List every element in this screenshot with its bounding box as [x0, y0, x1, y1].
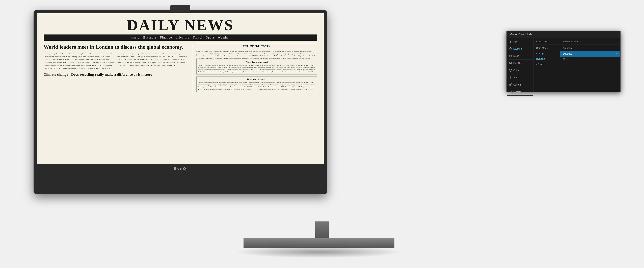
- col1-item-reading[interactable]: Reading: [534, 56, 560, 61]
- col2-item-dialogue[interactable]: Dialogue ✓: [560, 51, 620, 57]
- osd-body: Input Learning Mode: [507, 38, 620, 92]
- graduation-icon: [509, 47, 512, 50]
- inside-q1: Where does it come from?: [198, 61, 316, 63]
- check-icon: ✓: [616, 52, 618, 55]
- col1-header: Visual Mode: [534, 39, 560, 45]
- headline-sub: Climate change - Does recycling really m…: [44, 72, 188, 77]
- key-icon: [509, 83, 512, 86]
- inside-a1: Contrary to popular belief, Lorem Ipsum …: [198, 64, 316, 73]
- speaker-icon: [509, 76, 512, 79]
- svg-rect-4: [509, 55, 510, 56]
- sidebar-label-learning: Learning: [513, 47, 522, 50]
- inside-intro-text: Contrary to popular belief, Lorem Ipsum …: [196, 51, 317, 59]
- newspaper-nav: World - Business - Finance - Lifestyle -…: [44, 34, 317, 41]
- sidebar-item-system[interactable]: System: [507, 88, 533, 96]
- osd-sidebar: Input Learning Mode: [507, 38, 534, 92]
- monitor-neck: [315, 222, 329, 238]
- monitor-foot-shadow: [235, 246, 402, 258]
- svg-point-9: [509, 69, 512, 72]
- plug-icon: [509, 40, 512, 43]
- sidebar-label-input: Input: [513, 40, 518, 43]
- sidebar-label-custom: Custom: [513, 83, 522, 86]
- sidebar-item-mode[interactable]: Mode: [507, 52, 533, 60]
- svg-point-8: [510, 63, 511, 64]
- article-text: Contrary to popular belief, Lorem Ipsum …: [44, 52, 188, 69]
- newspaper-columns: World leaders meet in London to discuss …: [44, 44, 317, 94]
- col2-item-standard[interactable]: Standard: [560, 45, 620, 51]
- sidebar-item-custom[interactable]: Custom: [507, 81, 533, 88]
- eye-icon: [509, 62, 512, 65]
- osd-header: Mode: Care Mode: [507, 31, 620, 38]
- wrench-icon: [509, 90, 512, 93]
- sidebar-item-audio[interactable]: Audio: [507, 74, 533, 81]
- inside-block-q1: Where does it come from? Contrary to pop…: [196, 59, 317, 75]
- monitor-screen: DAILY NEWS World - Business - Finance - …: [37, 13, 324, 164]
- svg-rect-0: [510, 40, 511, 42]
- sidebar-label-mode: Mode: [513, 55, 519, 57]
- osd-visual-mode-col: Visual Mode Care Mode Coding Reading ePa…: [534, 38, 560, 92]
- inside-a2: Contrary to popular belief, Lorem Ipsum …: [198, 82, 316, 90]
- inside-story-title: THE INSIDE STORY: [196, 44, 317, 49]
- sidebar-label-system: System: [513, 91, 521, 93]
- col1-item-coding[interactable]: Coding: [534, 51, 560, 56]
- svg-rect-5: [511, 55, 512, 56]
- svg-point-12: [511, 70, 511, 71]
- palette-icon: [509, 69, 512, 72]
- newspaper-title: DAILY NEWS: [44, 17, 317, 33]
- sidebar-label-eye-care: Eye Care: [513, 62, 523, 64]
- sidebar-label-audio: Audio: [513, 76, 520, 79]
- monitor-brand: BenQ: [37, 164, 324, 172]
- col2-item-music[interactable]: Music: [560, 57, 620, 62]
- osd-audio-scenario-col: Audio Scenario Standard Dialogue ✓ Music: [560, 38, 620, 92]
- svg-point-11: [510, 70, 511, 70]
- monitor-handle: [170, 5, 190, 12]
- svg-point-10: [510, 70, 510, 70]
- inside-q2: Where can I get some?: [198, 78, 316, 81]
- headline-main: World leaders meet in London to discuss …: [44, 44, 188, 50]
- newspaper-left-col: World leaders meet in London to discuss …: [44, 44, 188, 94]
- sidebar-label-color: Color: [513, 69, 519, 72]
- article-col1: Contrary to popular belief, Lorem Ipsum …: [44, 53, 114, 69]
- inside-block-q2: Where can I get some? Contrary to popula…: [196, 77, 317, 92]
- sidebar-item-learning[interactable]: Learning: [507, 45, 533, 52]
- col1-item-care-mode[interactable]: Care Mode: [534, 45, 560, 51]
- col2-header: Audio Scenario: [560, 39, 620, 45]
- osd-panel: Mode: Care Mode Input Learning: [506, 31, 620, 92]
- svg-rect-6: [509, 56, 510, 57]
- svg-marker-13: [509, 77, 510, 79]
- newspaper: DAILY NEWS World - Business - Finance - …: [37, 13, 324, 164]
- grid-icon: [509, 54, 512, 57]
- sidebar-item-input[interactable]: Input: [507, 38, 533, 45]
- svg-point-14: [509, 85, 511, 86]
- article-col2: words, consectetur, from a Lorem Ipsum p…: [90, 53, 188, 69]
- monitor: DAILY NEWS World - Business - Finance - …: [34, 10, 327, 194]
- newspaper-right-col: THE INSIDE STORY Contrary to popular bel…: [192, 44, 317, 94]
- sidebar-item-color[interactable]: Color: [507, 67, 533, 74]
- sidebar-item-eye-care[interactable]: Eye Care: [507, 60, 533, 67]
- col1-item-epaper[interactable]: ePaper: [534, 61, 560, 67]
- svg-rect-7: [511, 56, 512, 57]
